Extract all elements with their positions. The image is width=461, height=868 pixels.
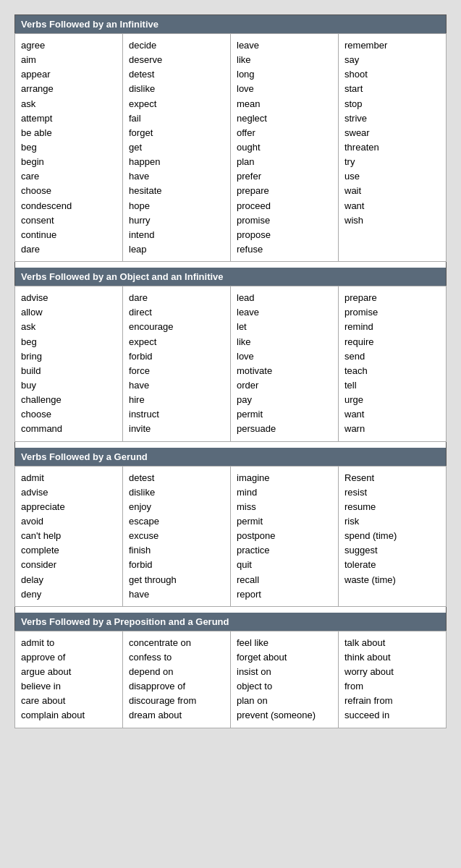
section-header-row-object-infinitive: Verbs Followed by an Object and an Infin… — [15, 268, 447, 286]
word-list-infinitive-2: leave like long love mean neglect offer … — [237, 38, 332, 257]
section-header-preposition-gerund: Verbs Followed by a Preposition and a Ge… — [15, 613, 447, 631]
section-header-row-gerund: Verbs Followed by a Gerund — [15, 448, 447, 467]
word-list-object-infinitive-0: advise allow ask beg bring build buy cha… — [21, 291, 117, 436]
column-infinitive-0: agree aim appear arrange ask attempt be … — [15, 34, 123, 262]
word-list-preposition-gerund-3: talk about think about worry about from … — [344, 636, 440, 723]
word-list-gerund-0: admit advise appreciate avoid can't help… — [21, 471, 117, 602]
column-preposition-gerund-2: feel like forget about insist on object … — [231, 631, 339, 728]
word-list-infinitive-0: agree aim appear arrange ask attempt be … — [21, 38, 117, 257]
column-gerund-1: detest dislike enjoy escape excuse finis… — [123, 466, 231, 606]
section-header-row-infinitive: Verbs Followed by an Infinitive — [15, 15, 447, 34]
main-table: Verbs Followed by an Infinitiveagree aim… — [14, 14, 447, 728]
section-content-gerund: admit advise appreciate avoid can't help… — [15, 466, 447, 606]
column-preposition-gerund-3: talk about think about worry about from … — [339, 631, 447, 728]
word-list-object-infinitive-2: lead leave let like love motivate order … — [237, 291, 332, 436]
section-header-row-preposition-gerund: Verbs Followed by a Preposition and a Ge… — [15, 613, 447, 631]
column-gerund-2: imagine mind miss permit postpone practi… — [231, 466, 339, 606]
column-infinitive-2: leave like long love mean neglect offer … — [231, 34, 339, 262]
word-list-object-infinitive-3: prepare promise remind require send teac… — [344, 291, 440, 436]
section-header-infinitive: Verbs Followed by an Infinitive — [15, 15, 447, 34]
section-header-object-infinitive: Verbs Followed by an Object and an Infin… — [15, 268, 447, 286]
column-gerund-0: admit advise appreciate avoid can't help… — [15, 466, 123, 606]
word-list-infinitive-3: remember say shoot start stop strive swe… — [344, 38, 440, 228]
column-infinitive-1: decide deserve detest dislike expect fai… — [123, 34, 231, 262]
word-list-gerund-2: imagine mind miss permit postpone practi… — [237, 471, 332, 602]
word-list-gerund-3: Resent resist resume risk spend (time) s… — [344, 471, 440, 587]
word-list-preposition-gerund-2: feel like forget about insist on object … — [237, 636, 332, 723]
word-list-preposition-gerund-1: concentrate on confess to depend on disa… — [129, 636, 224, 723]
section-header-gerund: Verbs Followed by a Gerund — [15, 448, 447, 467]
spacer-1 — [15, 441, 447, 448]
column-preposition-gerund-0: admit to approve of argue about believe … — [15, 631, 123, 728]
column-object-infinitive-2: lead leave let like love motivate order … — [231, 286, 339, 441]
column-object-infinitive-0: advise allow ask beg bring build buy cha… — [15, 286, 123, 441]
column-infinitive-3: remember say shoot start stop strive swe… — [339, 34, 447, 262]
column-object-infinitive-1: dare direct encourage expect forbid forc… — [123, 286, 231, 441]
column-gerund-3: Resent resist resume risk spend (time) s… — [339, 466, 447, 606]
word-list-preposition-gerund-0: admit to approve of argue about believe … — [21, 636, 117, 723]
section-content-preposition-gerund: admit to approve of argue about believe … — [15, 631, 447, 728]
column-preposition-gerund-1: concentrate on confess to depend on disa… — [123, 631, 231, 728]
word-list-object-infinitive-1: dare direct encourage expect forbid forc… — [129, 291, 224, 436]
word-list-gerund-1: detest dislike enjoy escape excuse finis… — [129, 471, 224, 602]
section-content-object-infinitive: advise allow ask beg bring build buy cha… — [15, 286, 447, 441]
spacer-2 — [15, 606, 447, 613]
word-list-infinitive-1: decide deserve detest dislike expect fai… — [129, 38, 224, 257]
column-object-infinitive-3: prepare promise remind require send teac… — [339, 286, 447, 441]
spacer-0 — [15, 262, 447, 268]
section-content-infinitive: agree aim appear arrange ask attempt be … — [15, 34, 447, 262]
